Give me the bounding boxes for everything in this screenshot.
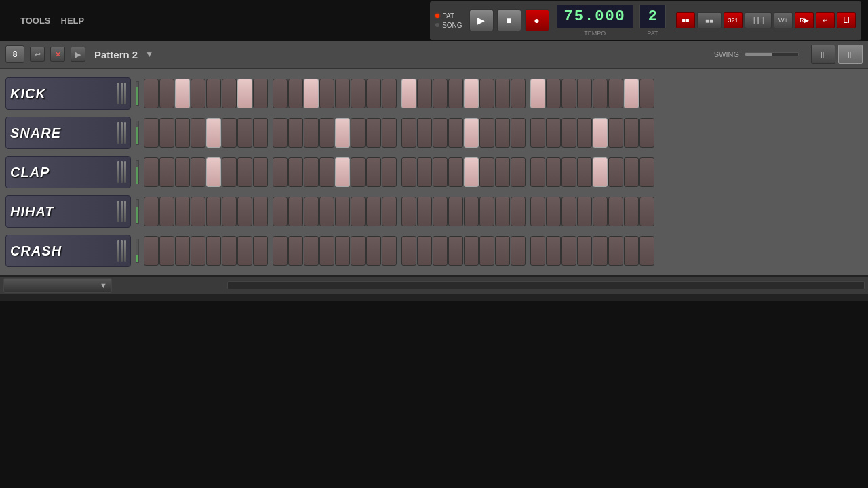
step-hihat-3[interactable]	[191, 197, 205, 226]
step-kick-1[interactable]	[159, 79, 174, 108]
step-clap-12[interactable]	[335, 157, 350, 187]
step-crash-8[interactable]	[273, 236, 288, 266]
step-hihat-11[interactable]	[319, 197, 334, 226]
step-kick-21[interactable]	[479, 79, 494, 108]
step-hihat-21[interactable]	[479, 197, 494, 226]
step-crash-16[interactable]	[401, 236, 416, 266]
step-kick-26[interactable]	[561, 79, 576, 108]
step-kick-29[interactable]	[608, 79, 623, 108]
step-hihat-27[interactable]	[577, 197, 592, 226]
step-clap-22[interactable]	[495, 157, 510, 187]
step-kick-6[interactable]	[237, 79, 252, 108]
step-hihat-9[interactable]	[288, 197, 303, 226]
step-clap-28[interactable]	[593, 157, 608, 187]
step-crash-24[interactable]	[530, 236, 545, 266]
toolbar-btn-3[interactable]: 321	[724, 12, 743, 28]
step-crash-31[interactable]	[639, 236, 654, 266]
toolbar-btn-4[interactable]: ║║║	[745, 12, 772, 28]
step-hihat-14[interactable]	[366, 197, 381, 226]
step-snare-17[interactable]	[417, 118, 432, 148]
step-snare-21[interactable]	[479, 118, 494, 148]
step-snare-23[interactable]	[511, 118, 526, 148]
step-kick-22[interactable]	[495, 79, 510, 108]
step-hihat-22[interactable]	[495, 197, 510, 226]
step-kick-16[interactable]	[401, 79, 416, 108]
toolbar-btn-6[interactable]: R▶	[795, 12, 814, 28]
step-snare-19[interactable]	[448, 118, 463, 148]
step-kick-24[interactable]	[530, 79, 545, 108]
step-kick-5[interactable]	[222, 79, 237, 108]
step-crash-20[interactable]	[464, 236, 479, 266]
step-hihat-12[interactable]	[335, 197, 350, 226]
step-clap-6[interactable]	[237, 157, 252, 187]
step-clap-31[interactable]	[639, 157, 654, 187]
play-button[interactable]: ▶	[469, 9, 494, 31]
step-crash-22[interactable]	[495, 236, 510, 266]
step-crash-10[interactable]	[304, 236, 319, 266]
step-snare-18[interactable]	[433, 118, 448, 148]
step-clap-20[interactable]	[464, 157, 479, 187]
step-snare-0[interactable]	[144, 118, 159, 148]
step-snare-31[interactable]	[639, 118, 654, 148]
step-clap-21[interactable]	[479, 157, 494, 187]
step-crash-13[interactable]	[351, 236, 366, 266]
step-crash-28[interactable]	[593, 236, 608, 266]
swing-slider[interactable]	[745, 52, 799, 56]
track-label-crash[interactable]: CRASH	[5, 235, 131, 267]
step-snare-22[interactable]	[495, 118, 510, 148]
step-crash-7[interactable]	[253, 236, 268, 266]
view-grid-btn[interactable]: |||	[838, 45, 863, 64]
step-kick-20[interactable]	[464, 79, 479, 108]
step-hihat-5[interactable]	[222, 197, 237, 226]
step-crash-30[interactable]	[624, 236, 639, 266]
step-clap-7[interactable]	[253, 157, 268, 187]
menu-help[interactable]: HELP	[61, 16, 85, 26]
step-snare-3[interactable]	[191, 118, 205, 148]
step-snare-7[interactable]	[253, 118, 268, 148]
step-snare-1[interactable]	[159, 118, 174, 148]
step-crash-21[interactable]	[479, 236, 494, 266]
step-clap-4[interactable]	[206, 157, 221, 187]
redo-button[interactable]: ✕	[50, 47, 65, 62]
step-crash-14[interactable]	[366, 236, 381, 266]
step-hihat-0[interactable]	[144, 197, 159, 226]
step-snare-14[interactable]	[366, 118, 381, 148]
step-hihat-23[interactable]	[511, 197, 526, 226]
step-clap-1[interactable]	[159, 157, 174, 187]
step-crash-2[interactable]	[175, 236, 190, 266]
toolbar-btn-5[interactable]: W+	[774, 12, 793, 28]
view-bar-btn[interactable]: |||	[811, 45, 835, 64]
step-hihat-20[interactable]	[464, 197, 479, 226]
step-clap-29[interactable]	[608, 157, 623, 187]
step-crash-26[interactable]	[561, 236, 576, 266]
step-clap-25[interactable]	[546, 157, 561, 187]
step-hihat-30[interactable]	[624, 197, 639, 226]
step-hihat-18[interactable]	[433, 197, 448, 226]
step-snare-15[interactable]	[382, 118, 397, 148]
step-crash-3[interactable]	[191, 236, 205, 266]
step-clap-2[interactable]	[175, 157, 190, 187]
step-hihat-16[interactable]	[401, 197, 416, 226]
step-clap-26[interactable]	[561, 157, 576, 187]
step-clap-11[interactable]	[319, 157, 334, 187]
step-snare-5[interactable]	[222, 118, 237, 148]
step-snare-20[interactable]	[464, 118, 479, 148]
step-clap-0[interactable]	[144, 157, 159, 187]
step-hihat-26[interactable]	[561, 197, 576, 226]
step-crash-5[interactable]	[222, 236, 237, 266]
step-kick-23[interactable]	[511, 79, 526, 108]
step-crash-19[interactable]	[448, 236, 463, 266]
step-crash-25[interactable]	[546, 236, 561, 266]
step-clap-8[interactable]	[273, 157, 288, 187]
step-hihat-4[interactable]	[206, 197, 221, 226]
step-snare-26[interactable]	[561, 118, 576, 148]
step-kick-14[interactable]	[366, 79, 381, 108]
song-row[interactable]: SONG	[435, 22, 462, 29]
step-hihat-28[interactable]	[593, 197, 608, 226]
step-clap-5[interactable]	[222, 157, 237, 187]
stop-button[interactable]: ■	[497, 9, 521, 31]
step-kick-17[interactable]	[417, 79, 432, 108]
toolbar-btn-8[interactable]: Li	[837, 12, 856, 28]
channel-dropdown[interactable]: ▼	[3, 278, 112, 293]
step-snare-12[interactable]	[335, 118, 350, 148]
